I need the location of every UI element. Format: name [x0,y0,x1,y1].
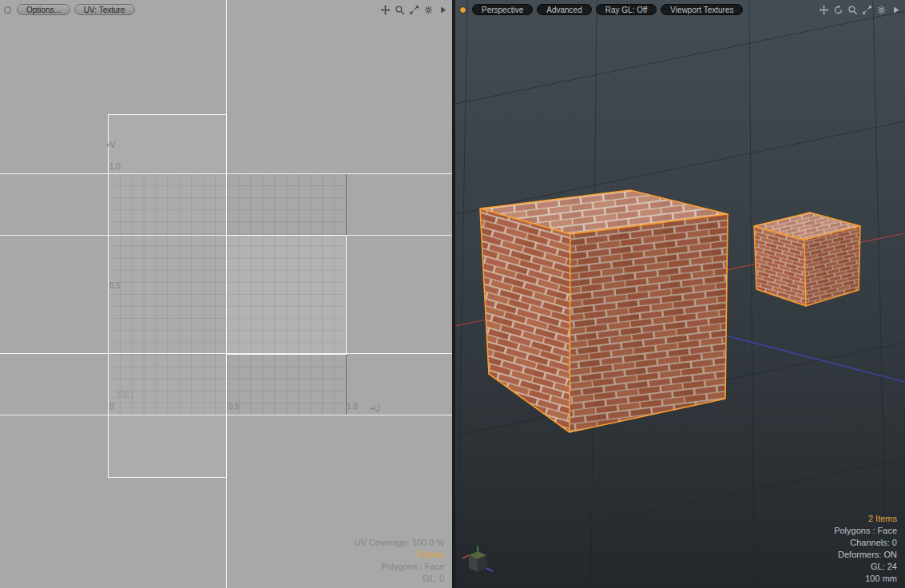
deformers-text: Deformers: ON [834,549,897,561]
maximize-icon[interactable] [862,5,872,15]
right-face-shading [570,214,728,432]
pan-icon[interactable] [380,5,391,15]
options-button[interactable]: Options... [17,4,70,15]
maximize-icon[interactable] [409,5,419,15]
raygl-button[interactable]: Ray GL: Off [596,4,657,15]
gl-count-text: GL: 0 [354,573,444,585]
viewport-status-readout: 2 Items Polygons : Face Channels: 0 Defo… [834,513,897,585]
gear-icon[interactable] [876,5,887,15]
channels-text: Channels: 0 [834,537,897,549]
uv-status-readout: UV Coverage: 100.0 % 2 Items Polygons : … [354,537,444,585]
panel-collapse-icon[interactable] [4,6,11,14]
udim-tile-label: 1001 [117,391,134,399]
brick-cube-small[interactable] [754,213,860,306]
u-axis-label: +U [370,404,380,413]
u-tick-05: 0.5 [228,402,240,411]
grid-size-text: 100 mm [834,573,897,585]
origin-label: 0 [109,402,114,411]
u-tick-1: 1.0 [347,402,358,411]
uv-shell[interactable] [226,235,347,355]
rotate-icon[interactable] [833,5,843,15]
selection-mode-text: Polygons : Face [354,561,444,573]
application-window: +V 1.0 0.5 1001 0 0.5 1.0 +U Options... … [0,0,905,588]
uv-mode-button[interactable]: UV: Texture [74,4,135,15]
v-tick-05: 0.5 [109,281,121,290]
v-tick-1: 1.0 [109,162,121,171]
perspective-button[interactable]: Perspective [472,4,533,15]
3d-viewport-panel: Perspective Advanced Ray GL: Off Viewpor… [455,0,905,588]
items-count-text: 2 Items [354,549,444,561]
gear-icon[interactable] [423,5,434,15]
viewport-toolbar: Perspective Advanced Ray GL: Off Viewpor… [459,3,901,16]
selection-mode-text: Polygons : Face [834,525,897,537]
flyout-icon[interactable] [438,5,448,15]
zoom-icon[interactable] [847,5,858,15]
panel-indicator-icon[interactable] [459,6,466,14]
viewport-textures-button[interactable]: Viewport Textures [661,4,743,15]
v-axis-label: +V [105,141,116,149]
zoom-icon[interactable] [395,5,405,15]
pan-icon[interactable] [819,5,829,15]
uv-toolbar: Options... UV: Texture [4,3,448,16]
items-count-text: 2 Items [834,513,897,525]
uv-coverage-text: UV Coverage: 100.0 % [354,537,444,549]
gl-count-text: GL: 24 [834,561,897,573]
uv-editor-panel: +V 1.0 0.5 1001 0 0.5 1.0 +U Options... … [0,0,452,588]
uv-shell[interactable] [108,114,227,478]
flyout-icon[interactable] [891,5,901,15]
3d-scene[interactable] [455,0,905,588]
shading-mode-button[interactable]: Advanced [537,4,591,15]
